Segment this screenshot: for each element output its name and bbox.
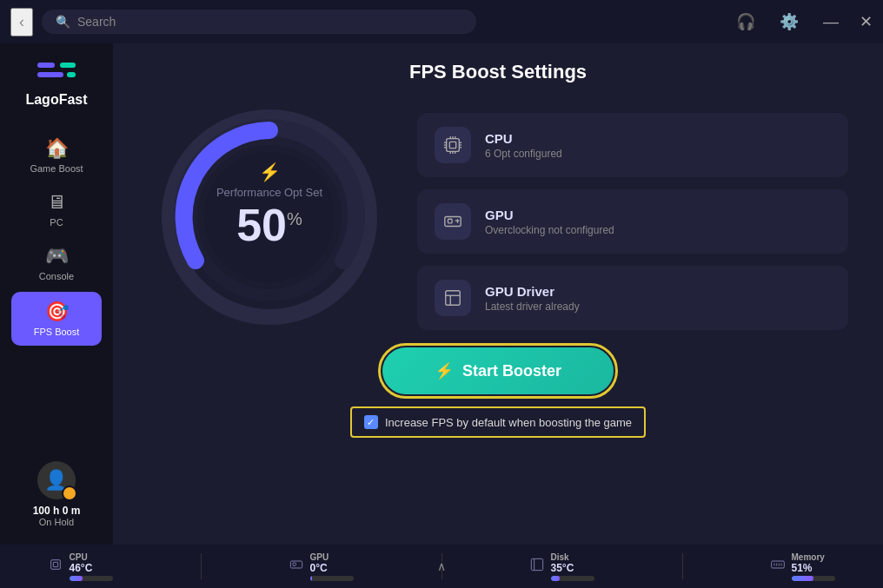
gauge-wrapper: ⚡ Performance Opt Set 50% xyxy=(156,104,382,330)
status-cpu-info: CPU 46°C xyxy=(70,552,113,581)
status-disk-value: 35°C xyxy=(551,562,594,574)
gpu-driver-card-title: GPU Driver xyxy=(485,284,580,299)
gpu-driver-card[interactable]: GPU Driver Latest driver already xyxy=(417,266,848,330)
sidebar-item-pc[interactable]: 🖥 PC xyxy=(0,182,113,236)
buttons-area: ⚡ Start Booster ✓ Increase FPS by defaul… xyxy=(148,347,848,438)
gpu-card-info: GPU Overclocking not configured xyxy=(485,208,614,236)
logo-area: LagoFast xyxy=(25,52,87,115)
status-item-memory: Memory 51% xyxy=(771,552,835,581)
content-area: ⚡ Performance Opt Set 50% CPU xyxy=(148,104,848,330)
sidebar-item-game-boost[interactable]: 🏠 Game Boost xyxy=(0,129,113,182)
gpu-driver-card-icon xyxy=(435,280,471,316)
gauge-value: 50% xyxy=(216,202,322,248)
cpu-card[interactable]: CPU 6 Opt configured xyxy=(417,113,848,177)
cpu-card-desc: 6 Opt configured xyxy=(485,148,562,160)
sidebar-item-fps-boost[interactable]: 🎯 FPS Boost xyxy=(11,292,102,346)
right-panel: CPU 6 Opt configured GPU Overclocking no… xyxy=(417,113,848,330)
sidebar-bottom: 👤 100 h 0 m On Hold xyxy=(33,461,81,536)
status-disk-name: Disk xyxy=(551,552,594,562)
status-item-gpu: GPU 0°C xyxy=(289,552,354,581)
gpu-driver-card-desc: Latest driver already xyxy=(485,301,580,313)
status-gpu-chart xyxy=(310,576,354,581)
search-placeholder: Search xyxy=(77,15,116,29)
game-boost-icon: 🏠 xyxy=(45,137,69,160)
status-memory-chart xyxy=(792,576,835,581)
start-booster-label: Start Booster xyxy=(462,362,561,380)
svg-rect-7 xyxy=(447,139,460,152)
fps-checkbox[interactable]: ✓ xyxy=(364,415,378,429)
svg-rect-28 xyxy=(50,560,60,570)
gauge-label: Performance Opt Set xyxy=(216,186,322,199)
gauge-container: ⚡ Performance Opt Set 50% xyxy=(148,104,391,330)
svg-rect-31 xyxy=(293,563,295,565)
status-bar: ∧ CPU 46°C GPU 0°C xyxy=(0,545,883,588)
minimize-button[interactable]: — xyxy=(820,10,842,35)
status-cpu-value: 46°C xyxy=(70,562,113,574)
status-disk-chart xyxy=(551,576,594,581)
status-cpu-icon xyxy=(49,558,63,575)
status-bar-toggle[interactable]: ∧ xyxy=(437,559,446,573)
svg-rect-2 xyxy=(60,63,76,68)
gpu-card[interactable]: GPU Overclocking not configured xyxy=(417,189,848,254)
pc-label: PC xyxy=(50,217,63,228)
gpu-card-title: GPU xyxy=(485,208,614,222)
sidebar-item-console[interactable]: 🎮 Console xyxy=(0,236,113,290)
status-cpu-name: CPU xyxy=(70,552,113,562)
sidebar: LagoFast 🏠 Game Boost 🖥 PC 🎮 Console 🎯 F… xyxy=(0,43,113,545)
gauge-lightning-icon: ⚡ xyxy=(216,162,322,182)
logo-text: LagoFast xyxy=(25,92,87,108)
support-icon[interactable]: 🎧 xyxy=(733,9,759,35)
cpu-card-icon xyxy=(435,127,471,163)
status-disk-icon xyxy=(530,558,544,575)
svg-rect-8 xyxy=(449,142,455,148)
svg-rect-32 xyxy=(531,558,542,570)
svg-rect-1 xyxy=(37,72,63,77)
status-bar-inner: ∧ CPU 46°C GPU 0°C xyxy=(17,552,866,581)
svg-rect-3 xyxy=(67,72,76,77)
back-button[interactable]: ‹ xyxy=(10,8,33,36)
svg-rect-22 xyxy=(448,219,453,223)
main-content: FPS Boost Settings xyxy=(113,43,883,545)
separator-1 xyxy=(201,553,202,579)
start-booster-button[interactable]: ⚡ Start Booster xyxy=(382,347,614,394)
page-title: FPS Boost Settings xyxy=(148,61,848,83)
fps-checkbox-label: Increase FPS by default when boosting th… xyxy=(385,416,632,429)
game-boost-label: Game Boost xyxy=(30,163,83,174)
console-label: Console xyxy=(39,271,74,281)
user-time: 100 h 0 m xyxy=(33,505,81,517)
status-gpu-name: GPU xyxy=(310,552,354,562)
status-gpu-value: 0°C xyxy=(310,562,354,574)
status-item-disk: Disk 35°C xyxy=(530,552,594,581)
status-gpu-info: GPU 0°C xyxy=(310,552,354,581)
app-body: LagoFast 🏠 Game Boost 🖥 PC 🎮 Console 🎯 F… xyxy=(0,43,883,545)
fps-boost-label: FPS Boost xyxy=(34,327,80,337)
status-memory-name: Memory xyxy=(792,552,835,562)
search-icon: 🔍 xyxy=(56,15,70,29)
separator-3 xyxy=(682,553,683,579)
user-status: On Hold xyxy=(39,517,74,527)
status-cpu-chart xyxy=(70,576,113,581)
svg-rect-29 xyxy=(53,562,57,566)
svg-rect-25 xyxy=(446,291,461,306)
close-button[interactable]: ✕ xyxy=(860,12,873,31)
svg-rect-30 xyxy=(290,561,302,568)
status-memory-info: Memory 51% xyxy=(792,552,835,581)
status-memory-icon xyxy=(771,558,785,575)
search-bar[interactable]: 🔍 Search xyxy=(42,10,476,34)
gauge-unit: % xyxy=(287,208,302,228)
svg-rect-21 xyxy=(445,217,461,227)
console-icon: 🎮 xyxy=(45,245,69,268)
cpu-card-info: CPU 6 Opt configured xyxy=(485,131,562,160)
cpu-card-title: CPU xyxy=(485,131,562,146)
svg-rect-34 xyxy=(771,561,784,568)
status-disk-info: Disk 35°C xyxy=(551,552,594,581)
bolt-icon: ⚡ xyxy=(435,361,454,380)
status-memory-value: 51% xyxy=(792,562,835,574)
checkbox-row[interactable]: ✓ Increase FPS by default when boosting … xyxy=(350,406,646,438)
pc-icon: 🖥 xyxy=(47,191,66,214)
title-bar-controls: 🎧 ⚙️ — ✕ xyxy=(733,9,873,35)
svg-rect-0 xyxy=(37,63,55,68)
settings-icon[interactable]: ⚙️ xyxy=(776,9,802,35)
status-gpu-icon xyxy=(289,558,303,575)
user-avatar[interactable]: 👤 xyxy=(37,461,76,499)
